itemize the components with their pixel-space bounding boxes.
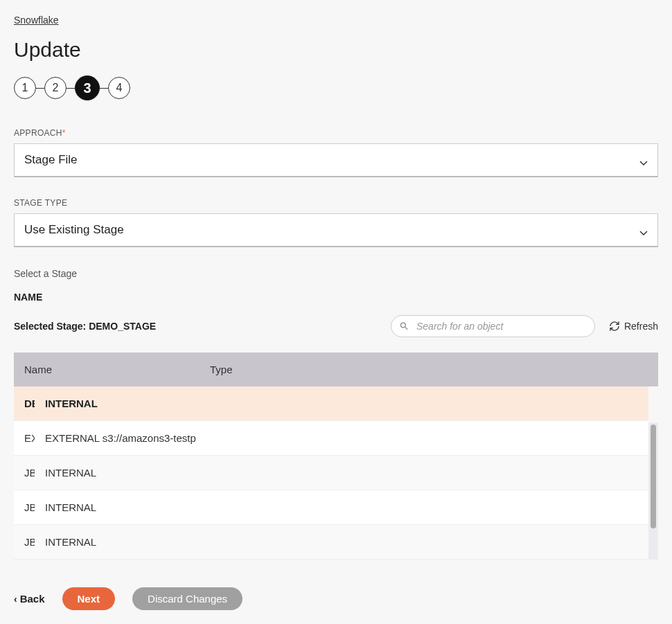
stage-table-wrapper: Name Type DEMO_STAGEINTERNALEXTERNAL_JBQ…: [14, 353, 658, 560]
back-label: Back: [20, 593, 45, 605]
discard-button[interactable]: Discard Changes: [132, 587, 242, 610]
refresh-label: Refresh: [624, 321, 658, 332]
stage-table: Name Type: [14, 353, 658, 386]
cell-type: INTERNAL: [35, 490, 648, 525]
name-heading: NAME: [14, 292, 658, 303]
scrollbar-track[interactable]: [648, 422, 658, 560]
search-icon: [399, 321, 409, 332]
table-row[interactable]: JBCONN_SNOWFLAKE_1622273060...INTERNAL: [14, 525, 648, 560]
approach-select[interactable]: Stage File: [14, 143, 658, 177]
approach-label: APPROACH*: [14, 128, 658, 138]
approach-label-text: APPROACH: [14, 128, 62, 138]
step-connector: [67, 88, 75, 89]
table-row[interactable]: EXTERNAL_JBQA_SONALEXTERNAL s3://amazons…: [14, 421, 648, 456]
step-1[interactable]: 1: [14, 77, 36, 99]
stage-table-body: DEMO_STAGEINTERNALEXTERNAL_JBQA_SONALEXT…: [14, 386, 648, 560]
cell-type: INTERNAL: [35, 386, 648, 421]
table-row[interactable]: JBCONN_SNOWFLAKE_1622272828...INTERNAL: [14, 490, 648, 525]
select-stage-label: Select a Stage: [14, 268, 658, 279]
cell-name: JBCONN_SNOWFLAKE_1622273060...: [14, 525, 35, 560]
stage-type-select[interactable]: Use Existing Stage: [14, 213, 658, 247]
table-row[interactable]: DEMO_STAGEINTERNAL: [14, 386, 648, 421]
cell-name: EXTERNAL_JBQA_SONAL: [14, 421, 35, 456]
step-3[interactable]: 3: [75, 75, 100, 100]
search-input[interactable]: [391, 315, 595, 337]
footer-actions: ‹ Back Next Discard Changes: [14, 587, 242, 610]
stepper: 1 2 3 4: [14, 75, 658, 100]
search-controls: Refresh: [391, 315, 658, 337]
search-wrapper: [391, 315, 595, 337]
table-row[interactable]: JBCONN_SNOWFLAKE_INTERNAL: [14, 456, 648, 490]
cell-type: INTERNAL: [35, 456, 648, 490]
step-2[interactable]: 2: [44, 77, 67, 99]
required-indicator: *: [62, 128, 66, 138]
selected-stage-prefix: Selected Stage:: [14, 321, 89, 332]
cell-name: DEMO_STAGE: [14, 386, 35, 421]
next-button[interactable]: Next: [62, 587, 116, 610]
scrollbar-thumb[interactable]: [651, 425, 656, 528]
stage-type-field-group: STAGE TYPE Use Existing Stage: [14, 198, 658, 247]
chevron-down-icon: [639, 226, 648, 234]
approach-value: Stage File: [24, 153, 78, 167]
refresh-button[interactable]: Refresh: [609, 321, 658, 332]
table-header-type[interactable]: Type: [200, 353, 658, 386]
selected-stage-value: DEMO_STAGE: [89, 321, 156, 332]
cell-type: INTERNAL: [35, 525, 648, 560]
table-body-wrapper: DEMO_STAGEINTERNALEXTERNAL_JBQA_SONALEXT…: [14, 386, 658, 560]
back-button[interactable]: ‹ Back: [14, 593, 45, 605]
chevron-down-icon: [639, 156, 648, 164]
selected-stage-display: Selected Stage: DEMO_STAGE: [14, 321, 156, 332]
cell-name: JBCONN_SNOWFLAKE_: [14, 456, 35, 490]
step-4[interactable]: 4: [108, 77, 130, 99]
table-header-name[interactable]: Name: [14, 353, 200, 386]
chevron-left-icon: ‹: [14, 594, 17, 604]
page-title: Update: [14, 38, 658, 62]
stage-type-label: STAGE TYPE: [14, 198, 658, 208]
cell-name: JBCONN_SNOWFLAKE_1622272828...: [14, 490, 35, 525]
step-connector: [100, 88, 108, 89]
refresh-icon: [609, 321, 620, 332]
step-connector: [36, 88, 44, 89]
approach-field-group: APPROACH* Stage File: [14, 128, 658, 177]
search-row: Selected Stage: DEMO_STAGE Refresh: [14, 315, 658, 337]
cell-type: EXTERNAL s3://amazons3-testp: [35, 421, 648, 456]
stage-type-value: Use Existing Stage: [24, 223, 124, 237]
breadcrumb-link[interactable]: Snowflake: [14, 15, 59, 26]
